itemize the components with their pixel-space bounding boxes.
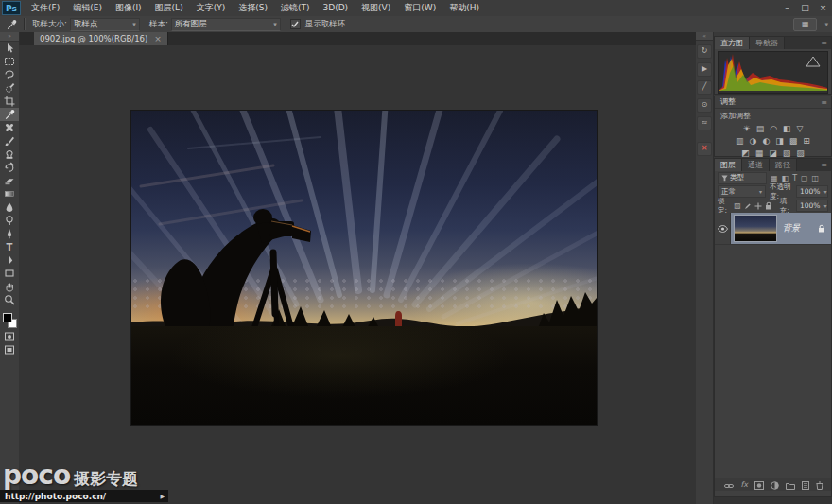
marquee-tool-button[interactable] bbox=[0, 55, 19, 68]
layer-visibility-toggle[interactable] bbox=[715, 213, 731, 244]
gradient-map-icon[interactable]: ▧ bbox=[783, 148, 791, 158]
threshold-icon[interactable]: ◪ bbox=[769, 148, 777, 158]
history-panel-icon[interactable]: ↻ bbox=[697, 44, 712, 59]
panel-menu-icon[interactable]: ≡ bbox=[821, 37, 831, 49]
new-layer-icon[interactable] bbox=[802, 476, 809, 494]
actions-panel-icon[interactable]: ▶ bbox=[697, 62, 712, 77]
opacity-field[interactable]: 100% ▾ bbox=[796, 185, 828, 198]
delete-layer-icon[interactable] bbox=[816, 476, 823, 494]
dock-collapse-button[interactable]: « bbox=[696, 32, 713, 41]
menu-item-window[interactable]: 窗口(W) bbox=[397, 0, 442, 16]
toolbar-collapse-button[interactable]: » bbox=[0, 32, 19, 42]
filter-type-layers-icon[interactable]: T bbox=[792, 174, 797, 182]
tab-histogram[interactable]: 直方图 bbox=[715, 37, 750, 49]
menu-item-filter[interactable]: 滤镜(T) bbox=[274, 0, 317, 16]
gradient-tool-button[interactable] bbox=[0, 187, 19, 200]
filter-shape-layers-icon[interactable]: ▢ bbox=[801, 174, 808, 182]
layer-thumbnail[interactable] bbox=[734, 215, 777, 242]
layer-filter-select[interactable]: 类型 bbox=[718, 172, 767, 184]
move-tool-button[interactable] bbox=[0, 42, 19, 55]
vibrance-icon[interactable]: ▽ bbox=[797, 124, 804, 133]
hand-tool-button[interactable] bbox=[0, 280, 19, 293]
screen-mode-button[interactable] bbox=[0, 343, 19, 356]
menu-item-layer[interactable]: 图层(L) bbox=[148, 0, 190, 16]
levels-icon[interactable]: ▤ bbox=[756, 124, 765, 133]
history-brush-tool-button[interactable] bbox=[0, 161, 19, 174]
workspace-button[interactable]: ▦ bbox=[793, 18, 818, 31]
eyedropper-tool-button[interactable] bbox=[0, 108, 19, 121]
add-layer-mask-icon[interactable] bbox=[754, 476, 764, 494]
exposure-icon[interactable]: ◧ bbox=[783, 124, 791, 133]
canvas-area[interactable] bbox=[19, 45, 696, 504]
menu-item-view[interactable]: 视图(V) bbox=[355, 0, 397, 16]
menu-item-edit[interactable]: 编辑(E) bbox=[66, 0, 109, 16]
eraser-tool-button[interactable] bbox=[0, 174, 19, 187]
crop-tool-button[interactable] bbox=[0, 95, 19, 108]
filter-pixel-layers-icon[interactable]: ▦ bbox=[771, 174, 778, 182]
tab-close-icon[interactable]: × bbox=[154, 34, 162, 43]
layer-style-icon[interactable]: fx bbox=[740, 480, 748, 490]
panel-menu-icon[interactable]: ≡ bbox=[821, 159, 831, 171]
photo-document[interactable] bbox=[130, 110, 598, 426]
clone-source-panel-icon[interactable]: ⊙ bbox=[697, 98, 712, 113]
color-lookup-icon[interactable]: ⊞ bbox=[803, 136, 810, 146]
layer-row-background[interactable]: 背景 bbox=[715, 213, 831, 245]
new-group-icon[interactable] bbox=[786, 476, 795, 494]
menu-item-3d[interactable]: 3D(D) bbox=[316, 0, 355, 16]
minimize-button[interactable]: – bbox=[778, 0, 796, 16]
foreground-color-swatch[interactable] bbox=[3, 313, 12, 322]
document-tab[interactable]: 0902.jpg @ 100%(RGB/16) × bbox=[34, 32, 168, 45]
color-balance-icon[interactable]: ◑ bbox=[750, 136, 757, 146]
posterize-icon[interactable]: ▦ bbox=[755, 148, 764, 158]
filter-adjustment-layers-icon[interactable]: ◧ bbox=[782, 174, 789, 182]
black-white-icon[interactable]: ◐ bbox=[762, 136, 770, 146]
lock-position-icon[interactable] bbox=[754, 202, 762, 210]
maximize-button[interactable]: □ bbox=[796, 0, 814, 16]
type-tool-button[interactable]: T bbox=[0, 240, 19, 253]
brush-tool-button[interactable] bbox=[0, 134, 19, 148]
spot-healing-tool-button[interactable] bbox=[0, 121, 19, 134]
clone-stamp-tool-button[interactable] bbox=[0, 148, 19, 161]
chevron-down-icon[interactable]: ▾ bbox=[824, 21, 828, 28]
fill-field[interactable]: 100% ▾ bbox=[796, 200, 828, 212]
layer-selected-area[interactable]: 背景 bbox=[731, 213, 831, 244]
channel-mixer-icon[interactable]: ▩ bbox=[789, 136, 798, 146]
tab-navigator[interactable]: 导航器 bbox=[750, 37, 785, 49]
character-panel-icon[interactable]: ≈ bbox=[697, 116, 712, 130]
selective-color-icon[interactable]: ▨ bbox=[796, 148, 805, 158]
quick-mask-button[interactable] bbox=[0, 330, 19, 343]
brightness-contrast-icon[interactable]: ☀ bbox=[743, 124, 751, 133]
dodge-tool-button[interactable] bbox=[0, 214, 19, 227]
panel-menu-icon[interactable]: ≡ bbox=[821, 96, 831, 108]
new-adjustment-layer-icon[interactable] bbox=[771, 476, 779, 494]
photo-filter-icon[interactable]: ◨ bbox=[775, 136, 784, 146]
lock-all-icon[interactable] bbox=[765, 201, 772, 210]
quick-selection-tool-button[interactable] bbox=[0, 81, 19, 95]
tab-channels[interactable]: 通道 bbox=[742, 159, 770, 171]
status-arrow-icon[interactable]: ▶ bbox=[160, 493, 165, 499]
menu-item-help[interactable]: 帮助(H) bbox=[442, 0, 486, 16]
lasso-tool-button[interactable] bbox=[0, 68, 19, 81]
hue-saturation-icon[interactable]: ▥ bbox=[736, 136, 744, 146]
lock-pixels-icon[interactable] bbox=[744, 202, 752, 210]
tab-paths[interactable]: 路径 bbox=[770, 159, 797, 171]
filter-smart-objects-icon[interactable]: ◫ bbox=[812, 174, 820, 182]
pen-tool-button[interactable] bbox=[0, 227, 19, 240]
curves-icon[interactable]: ◠ bbox=[770, 124, 777, 133]
link-layers-icon[interactable] bbox=[724, 476, 734, 494]
menu-item-type[interactable]: 文字(Y) bbox=[190, 0, 233, 16]
tab-layers[interactable]: 图层 bbox=[715, 159, 742, 171]
sample-size-select[interactable]: 取样点 ▾ bbox=[70, 18, 140, 31]
lock-transparency-icon[interactable]: ▨ bbox=[734, 201, 741, 210]
show-ring-checkbox[interactable] bbox=[290, 19, 301, 29]
path-selection-tool-button[interactable] bbox=[0, 253, 19, 267]
blur-tool-button[interactable] bbox=[0, 200, 19, 214]
brush-panel-icon[interactable]: ╱ bbox=[697, 80, 712, 95]
zoom-tool-button[interactable] bbox=[0, 293, 19, 306]
sample-select[interactable]: 所有图层 ▾ bbox=[171, 18, 281, 31]
close-panel-icon[interactable]: × bbox=[697, 142, 712, 156]
menu-item-file[interactable]: 文件(F) bbox=[25, 0, 66, 16]
close-button[interactable]: × bbox=[814, 0, 832, 16]
menu-item-image[interactable]: 图像(I) bbox=[109, 0, 148, 16]
menu-item-select[interactable]: 选择(S) bbox=[232, 0, 274, 16]
